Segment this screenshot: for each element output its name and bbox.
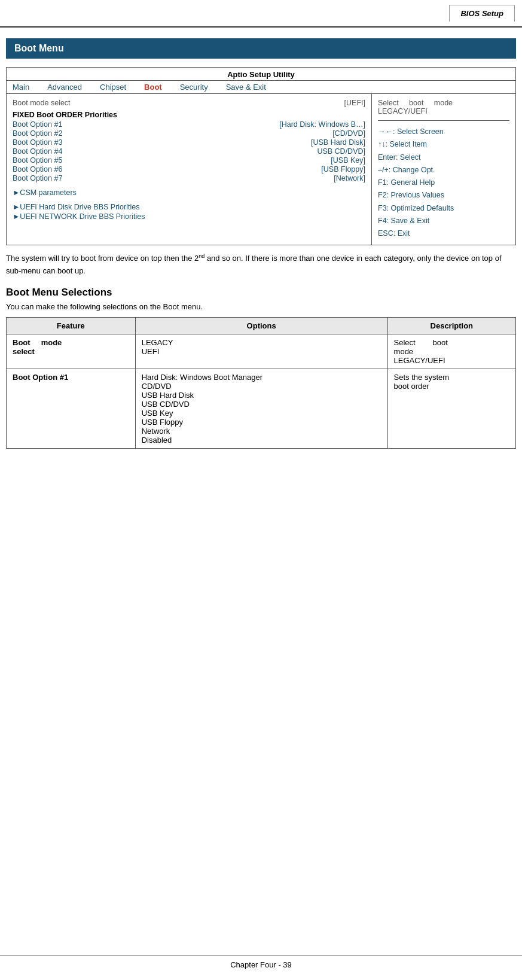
description-cell: Select bootmodeLEGACY/UEFI [387, 334, 515, 369]
table-row: Boot Option #1 Hard Disk: Windows Boot M… [7, 369, 516, 448]
boot-option-value: [Network] [334, 174, 365, 182]
boot-mode-value: [UEFI] [344, 99, 365, 107]
boot-option-value: [CD/DVD] [332, 129, 365, 138]
table-row: Boot modeselect LEGACYUEFI Select bootmo… [7, 334, 516, 369]
boot-option-label: Boot Option #1 [13, 120, 62, 129]
nav-save-exit[interactable]: Save & Exit [226, 83, 266, 92]
bios-setup-tab: BIOS Setup [449, 5, 515, 22]
csm-link[interactable]: ►CSM parameters [13, 188, 365, 197]
boot-option-row[interactable]: Boot Option #6[USB Floppy] [13, 165, 365, 174]
aptio-setup-box: Aptio Setup Utility Main Advanced Chipse… [6, 67, 516, 245]
boot-option-value: USB CD/DVD] [317, 147, 365, 156]
uefi-links: ►UEFI Hard Disk Drive BBS Priorities ►UE… [13, 203, 365, 221]
description-cell: Sets the systemboot order [387, 369, 515, 448]
aptio-left-panel: Boot mode select [UEFI] FIXED Boot ORDER… [7, 94, 372, 245]
key-item: ↑↓: Select Item [378, 138, 509, 151]
nav-security[interactable]: Security [180, 83, 208, 92]
aptio-content: Boot mode select [UEFI] FIXED Boot ORDER… [7, 94, 515, 245]
aptio-header: Aptio Setup Utility [7, 68, 515, 81]
key-item: –/+: Change Opt. [378, 164, 509, 176]
key-item: F2: Previous Values [378, 189, 509, 202]
fixed-boot-title: FIXED Boot ORDER Priorities [13, 111, 365, 119]
boot-option-label: Boot Option #3 [13, 138, 62, 147]
boot-options-list: Boot Option #1[Hard Disk: Windows B…]Boo… [13, 120, 365, 182]
aptio-nav: Main Advanced Chipset Boot Security Save… [7, 81, 515, 94]
boot-option-value: [Hard Disk: Windows B…] [279, 120, 365, 129]
body-text-sup: nd [199, 253, 204, 259]
right-keys: →←: Select Screen↑↓: Select ItemEnter: S… [378, 126, 509, 240]
page-header: BIOS Setup [0, 0, 522, 28]
body-text: The system will try to boot from device … [6, 252, 516, 277]
uefi-network-link[interactable]: ►UEFI NETWORK Drive BBS Priorities [13, 212, 365, 221]
options-cell: Hard Disk: Windows Boot ManagerCD/DVDUSB… [135, 369, 387, 448]
key-item: →←: Select Screen [378, 126, 509, 138]
right-top-text: Select boot modeLEGACY/UEFI [378, 99, 509, 121]
uefi-hdd-link[interactable]: ►UEFI Hard Disk Drive BBS Priorities [13, 203, 365, 211]
key-item: F3: Optimized Defaults [378, 202, 509, 215]
boot-option-label: Boot Option #5 [13, 156, 62, 165]
boot-option-label: Boot Option #7 [13, 174, 62, 182]
body-text-part1: The system will try to boot from device … [6, 254, 199, 263]
col-feature: Feature [7, 317, 136, 334]
selections-subtitle: You can make the following selections on… [6, 302, 516, 311]
col-options: Options [135, 317, 387, 334]
boot-option-row[interactable]: Boot Option #4USB CD/DVD] [13, 147, 365, 156]
key-item: Enter: Select [378, 151, 509, 164]
boot-menu-title: Boot Menu [6, 38, 516, 59]
nav-chipset[interactable]: Chipset [100, 83, 126, 92]
nav-advanced[interactable]: Advanced [47, 83, 82, 92]
boot-option-value: [USB Key] [331, 156, 365, 165]
feature-cell: Boot modeselect [7, 334, 136, 369]
nav-boot[interactable]: Boot [144, 83, 162, 92]
feature-cell: Boot Option #1 [7, 369, 136, 448]
boot-option-row[interactable]: Boot Option #5[USB Key] [13, 156, 365, 165]
selections-title: Boot Menu Selections [6, 287, 516, 299]
boot-mode-label: Boot mode select [13, 99, 71, 107]
boot-option-label: Boot Option #4 [13, 147, 62, 156]
key-item: ESC: Exit [378, 227, 509, 240]
boot-option-row[interactable]: Boot Option #2[CD/DVD] [13, 129, 365, 138]
boot-option-label: Boot Option #2 [13, 129, 62, 138]
boot-option-row[interactable]: Boot Option #3[USB Hard Disk] [13, 138, 365, 147]
col-description: Description [387, 317, 515, 334]
boot-option-row[interactable]: Boot Option #1[Hard Disk: Windows B…] [13, 120, 365, 129]
boot-option-value: [USB Hard Disk] [311, 138, 365, 147]
key-item: F4: Save & Exit [378, 215, 509, 227]
aptio-right-panel: Select boot modeLEGACY/UEFI →←: Select S… [372, 94, 515, 245]
page-footer: Chapter Four - 39 [0, 955, 522, 969]
selections-table: Feature Options Description Boot modesel… [6, 317, 516, 449]
options-cell: LEGACYUEFI [135, 334, 387, 369]
nav-main[interactable]: Main [13, 83, 29, 92]
boot-option-label: Boot Option #6 [13, 165, 62, 174]
boot-option-row[interactable]: Boot Option #7[Network] [13, 174, 365, 182]
boot-mode-row: Boot mode select [UEFI] [13, 99, 365, 107]
key-item: F1: General Help [378, 176, 509, 189]
boot-option-value: [USB Floppy] [321, 165, 365, 174]
